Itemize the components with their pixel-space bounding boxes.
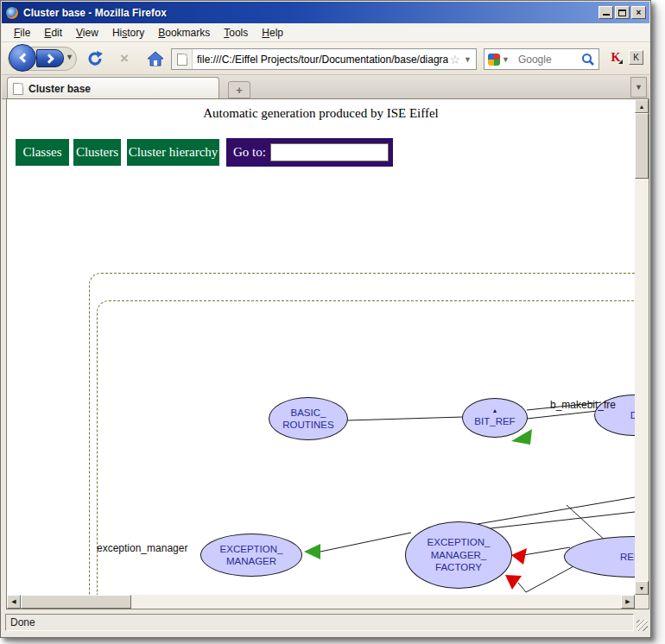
forward-button[interactable] (36, 49, 64, 67)
site-identity-box[interactable] (172, 49, 193, 69)
search-engine-dropdown-icon[interactable]: ▼ (500, 55, 514, 64)
navigation-toolbar: ▼ × ☆ ▼ ▼ (2, 42, 649, 75)
page-viewport: Automatic generation produced by ISE Eif… (7, 99, 635, 595)
edge-factory-refa (523, 547, 570, 555)
close-icon: × (636, 9, 642, 17)
maximize-button[interactable] (615, 6, 630, 19)
node-exception-manager-factory[interactable]: EXCEPTION_ MANAGER_ FACTORY (405, 521, 512, 589)
scroll-up-icon: ▲ (639, 104, 645, 110)
kaspersky-icon[interactable]: K (608, 50, 624, 66)
edge-label-exception-manager: exception_manager (97, 542, 187, 554)
maximize-icon (618, 9, 626, 16)
page-icon (177, 54, 187, 66)
menu-tools[interactable]: Tools (217, 24, 255, 41)
node-exception-manager[interactable]: EXCEPTION_ MANAGER (200, 534, 302, 577)
tab-strip: Cluster base + ▼ (2, 75, 649, 99)
list-all-tabs-button[interactable]: ▼ (630, 77, 647, 98)
search-input[interactable] (514, 54, 581, 66)
bookmark-star-icon[interactable]: ☆ (448, 53, 463, 66)
title-bar[interactable]: Cluster base - Mozilla Firefox × (2, 2, 649, 23)
close-button[interactable]: × (631, 6, 646, 19)
reload-button[interactable] (85, 48, 105, 69)
horizontal-scroll-thumb[interactable] (21, 595, 131, 609)
minimize-icon (603, 13, 610, 16)
scroll-right-icon: ▶ (625, 598, 630, 605)
stop-button[interactable]: × (114, 48, 135, 69)
scroll-down-icon: ▼ (639, 585, 645, 591)
scroll-up-button[interactable]: ▲ (635, 99, 649, 113)
menu-history[interactable]: History (105, 24, 151, 41)
screenshot-stage: Cluster base - Mozilla Firefox × File Ed… (0, 0, 665, 644)
red-arrowhead-factory-bottom (505, 575, 522, 590)
edge-factory-out-lower (491, 512, 635, 528)
vertical-scrollbar[interactable]: ▲ ▼ (635, 99, 649, 595)
tab-page-icon (13, 83, 23, 95)
scroll-down-button[interactable]: ▼ (635, 581, 649, 595)
menu-file[interactable]: File (7, 24, 37, 41)
firefox-window: Cluster base - Mozilla Firefox × File Ed… (0, 0, 651, 638)
home-icon (147, 51, 164, 66)
url-dropdown-icon[interactable]: ▼ (462, 55, 476, 64)
google-engine-icon[interactable] (488, 54, 500, 66)
k-toolbar-button[interactable]: K (629, 50, 643, 65)
scrollbar-corner (635, 595, 649, 609)
scroll-right-button[interactable]: ▶ (621, 595, 635, 609)
minimize-button[interactable] (598, 6, 613, 19)
status-field: Done (5, 614, 634, 631)
url-input[interactable] (193, 54, 448, 66)
reload-icon (86, 50, 104, 67)
menu-help[interactable]: Help (255, 24, 290, 41)
node-basic-routines[interactable]: BASIC_ ROUTINES (269, 397, 348, 440)
window-title: Cluster base - Mozilla Firefox (23, 7, 597, 19)
edge-bitref-d-lower (527, 411, 598, 419)
tab-cluster-base[interactable]: Cluster base (7, 77, 219, 99)
scroll-left-button[interactable]: ◀ (7, 595, 21, 609)
diagram-edges (7, 99, 635, 595)
menu-bookmarks[interactable]: Bookmarks (151, 24, 217, 41)
edge-factory-refa-v (518, 565, 575, 592)
back-button[interactable] (9, 44, 36, 72)
menu-bar: File Edit View History Bookmarks Tools H… (2, 23, 649, 42)
menu-view[interactable]: View (69, 24, 105, 41)
forward-icon (44, 54, 54, 63)
search-bar[interactable]: ▼ (484, 48, 599, 70)
scroll-left-icon: ◀ (11, 598, 16, 605)
back-icon (19, 53, 28, 62)
edge-factory-out-upper (478, 497, 635, 524)
status-text: Done (6, 616, 35, 628)
home-button[interactable] (145, 48, 166, 69)
firefox-logo-icon (5, 6, 19, 20)
green-arrowhead-manager (304, 544, 320, 559)
url-bar[interactable]: ☆ ▼ (171, 48, 477, 70)
horizontal-scrollbar[interactable]: ◀ ▶ (7, 595, 635, 609)
search-magnifier-icon[interactable] (581, 53, 595, 66)
content-frame: Automatic generation produced by ISE Eif… (6, 98, 649, 609)
status-bar: Done (3, 611, 649, 635)
edge-manager-factory (320, 533, 411, 552)
back-forward-dropdown[interactable]: ▼ (66, 53, 73, 61)
edge-basic-bitref (347, 417, 463, 420)
new-tab-button[interactable]: + (228, 81, 250, 98)
resize-grip[interactable] (636, 620, 648, 631)
node-bit-ref[interactable]: ▲ BIT_REF (462, 398, 528, 438)
edge-label-b-makebit: b_makebit_fre (550, 399, 616, 411)
edge-into-refa-top (567, 505, 608, 543)
vertical-scroll-thumb[interactable] (635, 113, 649, 179)
menu-edit[interactable]: Edit (37, 24, 69, 41)
tab-label: Cluster base (28, 83, 91, 95)
red-arrowhead-factory-right (511, 548, 527, 565)
stop-icon: × (120, 50, 129, 67)
deferred-marker-icon: ▲ (492, 407, 498, 414)
